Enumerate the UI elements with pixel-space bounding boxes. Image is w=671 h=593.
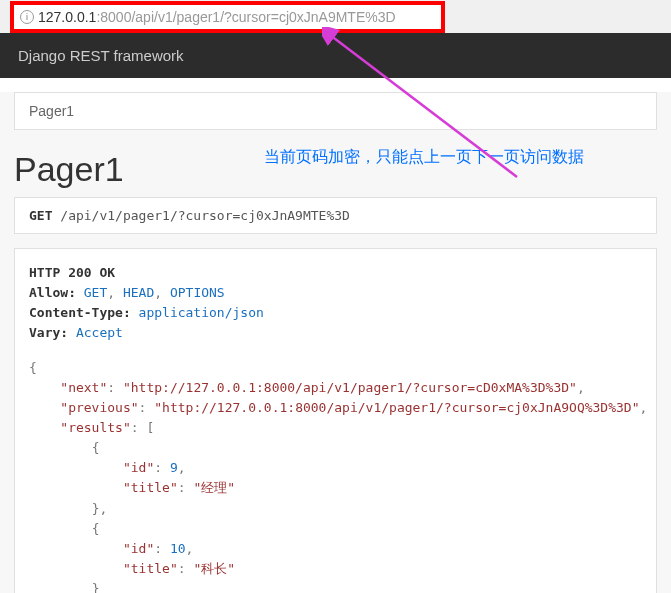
request-line: GET /api/v1/pager1/?cursor=cj0xJnA9MTE%3… [14, 197, 657, 234]
title-row: Pager1 当前页码加密，只能点上一页下一页访问数据 [14, 144, 657, 189]
url-text: 127.0.0.1:8000/api/v1/pager1/?cursor=cj0… [38, 9, 435, 25]
breadcrumb: Pager1 [14, 92, 657, 130]
navbar: Django REST framework [0, 33, 671, 78]
page-title: Pager1 [14, 144, 124, 189]
info-icon: i [20, 10, 34, 24]
chinese-annotation: 当前页码加密，只能点上一页下一页访问数据 [264, 144, 584, 168]
status-line: HTTP 200 OK [29, 265, 115, 280]
vary-value: Accept [76, 325, 123, 340]
response-json: { "next": "http://127.0.0.1:8000/api/v1/… [29, 358, 642, 593]
allow-label: Allow: [29, 285, 76, 300]
ctype-label: Content-Type: [29, 305, 131, 320]
response-block: HTTP 200 OK Allow: GET, HEAD, OPTIONS Co… [14, 248, 657, 593]
ctype-value: application/json [139, 305, 264, 320]
content-area: Pager1 Pager1 当前页码加密，只能点上一页下一页访问数据 GET /… [0, 92, 671, 593]
allow-head: HEAD [123, 285, 154, 300]
navbar-title[interactable]: Django REST framework [18, 47, 184, 64]
breadcrumb-item[interactable]: Pager1 [29, 103, 74, 119]
allow-get: GET [84, 285, 107, 300]
http-method: GET [29, 208, 52, 223]
allow-options: OPTIONS [170, 285, 225, 300]
url-bar: i 127.0.0.1:8000/api/v1/pager1/?cursor=c… [0, 0, 671, 33]
url-field-highlighted[interactable]: i 127.0.0.1:8000/api/v1/pager1/?cursor=c… [10, 1, 445, 33]
request-path: /api/v1/pager1/?cursor=cj0xJnA9MTE%3D [60, 208, 350, 223]
vary-label: Vary: [29, 325, 68, 340]
